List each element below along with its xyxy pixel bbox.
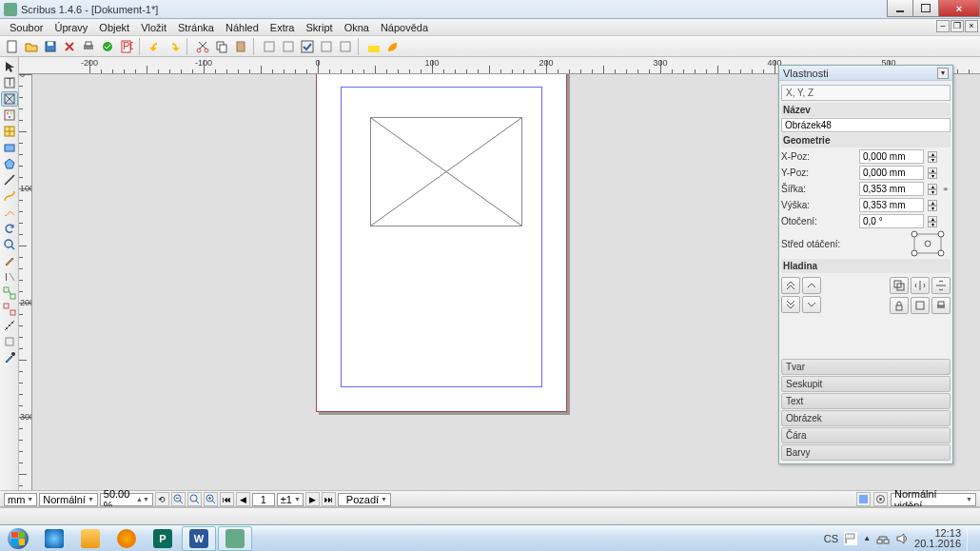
- toggle3-button[interactable]: [299, 38, 316, 55]
- tool-link-frames[interactable]: [1, 285, 18, 301]
- tool-select[interactable]: [1, 59, 18, 74]
- tool-rotate[interactable]: [1, 221, 18, 236]
- preview-toggle-button[interactable]: [873, 492, 888, 506]
- zoom-default-button[interactable]: ⟲: [155, 492, 169, 506]
- page-step-select[interactable]: ±1▼: [277, 493, 304, 506]
- copy-button[interactable]: [213, 38, 230, 55]
- start-button[interactable]: [0, 525, 36, 552]
- input-ypos[interactable]: 0,000 mm: [859, 166, 924, 180]
- close-button[interactable]: ×: [938, 0, 980, 17]
- save-button[interactable]: [42, 38, 59, 55]
- section-image[interactable]: Obrázek: [781, 410, 951, 426]
- tool-shape[interactable]: [1, 140, 18, 155]
- minimize-button[interactable]: [887, 0, 913, 17]
- layer-select[interactable]: Pozadí▼: [338, 493, 391, 506]
- tool-zoom[interactable]: [1, 237, 18, 252]
- tool-table[interactable]: [1, 124, 18, 139]
- menu-okna[interactable]: Okna: [339, 22, 375, 33]
- page-prev-button[interactable]: ◀: [236, 492, 250, 506]
- tool-measure[interactable]: [1, 318, 18, 333]
- panel-options-button[interactable]: ▾: [937, 68, 949, 79]
- input-object-name[interactable]: [781, 118, 951, 132]
- level-up-button[interactable]: [802, 277, 821, 294]
- tool-polygon[interactable]: [1, 156, 18, 171]
- taskbar-mediaplayer[interactable]: [109, 526, 144, 551]
- menu-upravy[interactable]: Úpravy: [49, 22, 93, 33]
- doc-close-button[interactable]: ×: [965, 20, 978, 32]
- menu-extra[interactable]: Extra: [265, 22, 301, 33]
- menu-napoveda[interactable]: Nápověda: [375, 22, 434, 33]
- cut-button[interactable]: [194, 38, 211, 55]
- toggle1-button[interactable]: [261, 38, 278, 55]
- toggle5-button[interactable]: [337, 38, 354, 55]
- menu-soubor[interactable]: Soubor: [4, 22, 49, 33]
- menu-vlozit[interactable]: Vložit: [135, 22, 172, 33]
- input-height[interactable]: 0,353 mm: [859, 198, 924, 212]
- tool-eyedropper[interactable]: [1, 350, 18, 365]
- tool-edit-contents[interactable]: [1, 253, 18, 268]
- image-frame[interactable]: [370, 117, 522, 226]
- tray-flag-icon[interactable]: [844, 532, 857, 545]
- open-button[interactable]: [23, 38, 40, 55]
- flip-v-button[interactable]: [931, 277, 951, 294]
- zoom-in-button[interactable]: [204, 492, 218, 506]
- pdf-button[interactable]: PDF: [118, 38, 135, 55]
- tool-copy-properties[interactable]: [1, 334, 18, 349]
- taskbar-ie[interactable]: [37, 526, 71, 551]
- color-picker-button[interactable]: [365, 38, 382, 55]
- taskbar-word[interactable]: W: [182, 526, 216, 551]
- section-line[interactable]: Čára: [781, 427, 951, 443]
- document-page[interactable]: [316, 74, 567, 412]
- tool-image-frame[interactable]: [1, 91, 18, 107]
- level-down-button[interactable]: [802, 296, 821, 313]
- height-down[interactable]: ▾: [928, 206, 937, 211]
- tool-render-frame[interactable]: [1, 108, 18, 123]
- level-top-button[interactable]: [781, 277, 800, 294]
- input-rotation[interactable]: 0,0 °: [859, 214, 924, 228]
- page-first-button[interactable]: ⏮: [220, 492, 234, 506]
- color-mode-button[interactable]: [384, 38, 402, 55]
- tool-bezier[interactable]: [1, 188, 18, 204]
- section-xyz[interactable]: X, Y, Z: [781, 85, 951, 101]
- menu-stranka[interactable]: Stránka: [172, 22, 220, 33]
- tray-lang[interactable]: CS: [824, 533, 838, 544]
- group-button[interactable]: [890, 277, 909, 294]
- ypos-down[interactable]: ▾: [928, 173, 937, 179]
- menu-objekt[interactable]: Objekt: [93, 22, 135, 33]
- input-xpos[interactable]: 0,000 mm: [859, 149, 924, 164]
- unit-select[interactable]: mm▼: [4, 493, 37, 506]
- taskbar-publisher[interactable]: P: [146, 526, 180, 551]
- paste-button[interactable]: [232, 38, 249, 55]
- tray-network-icon[interactable]: [876, 532, 890, 545]
- doc-minimize-button[interactable]: –: [936, 20, 950, 32]
- tray-volume-icon[interactable]: [895, 532, 909, 545]
- tray-show-hidden-icon[interactable]: ▲: [863, 534, 871, 542]
- properties-panel[interactable]: Vlastnosti ▾ X, Y, Z Název Geometrie X-P…: [778, 65, 953, 464]
- input-width[interactable]: 0,353 mm: [859, 182, 924, 196]
- level-bottom-button[interactable]: [781, 296, 800, 313]
- zoom-100-button[interactable]: [187, 492, 202, 506]
- close-doc-button[interactable]: [61, 38, 78, 55]
- toggle4-button[interactable]: [318, 38, 335, 55]
- section-group[interactable]: Seskupit: [781, 376, 951, 392]
- section-shape[interactable]: Tvar: [781, 359, 951, 375]
- xpos-down[interactable]: ▾: [928, 157, 937, 163]
- tool-unlink-frames[interactable]: [1, 302, 18, 317]
- flip-h-button[interactable]: [911, 277, 930, 294]
- page-next-button[interactable]: ▶: [305, 492, 320, 506]
- link-wh-icon[interactable]: ⚭: [941, 185, 951, 194]
- basepoint-widget[interactable]: [909, 230, 947, 257]
- print-enabled-button[interactable]: [931, 297, 951, 314]
- tool-text-frame[interactable]: T: [1, 75, 18, 90]
- cms-toggle-button[interactable]: [856, 492, 871, 506]
- taskbar-scribus[interactable]: [218, 526, 252, 551]
- lock-size-button[interactable]: [911, 297, 930, 314]
- viewquality-select[interactable]: Normální▼: [39, 493, 98, 506]
- section-colors[interactable]: Barvy: [781, 444, 951, 461]
- ruler-vertical[interactable]: 0100200300: [19, 74, 32, 507]
- preflight-button[interactable]: [99, 38, 116, 55]
- tool-freehand[interactable]: [1, 205, 18, 220]
- print-button[interactable]: [80, 38, 97, 55]
- undo-button[interactable]: [147, 38, 164, 55]
- zoom-input[interactable]: 50.00 %▲▼: [100, 493, 153, 506]
